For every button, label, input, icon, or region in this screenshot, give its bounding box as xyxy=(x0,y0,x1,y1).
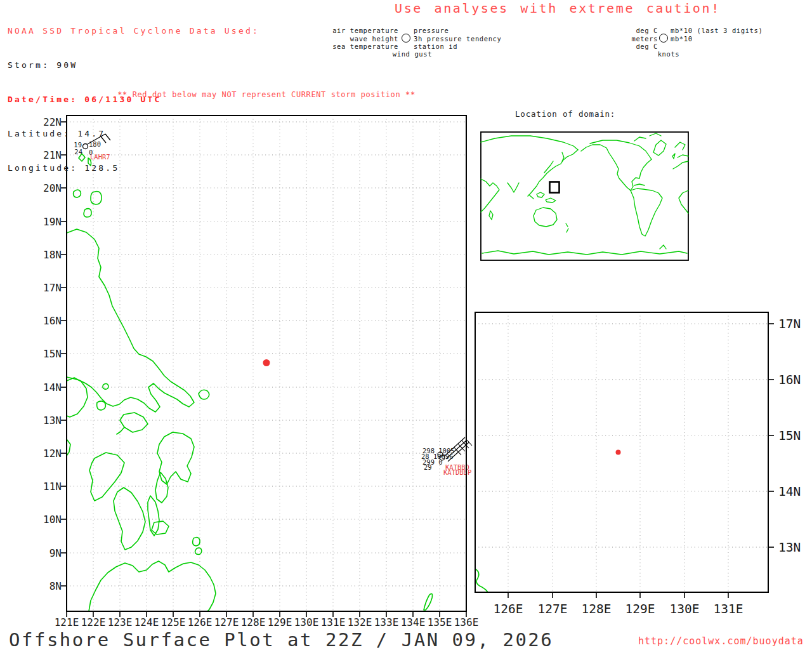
lon-tick-label: 136E xyxy=(454,616,479,628)
buoydata-link[interactable]: http://coolwx.com/buoydata xyxy=(638,635,804,647)
lon-tick-label: 130E xyxy=(294,616,319,628)
lon-tick-label: 130E xyxy=(670,602,700,616)
legend-unit-meters: meters xyxy=(603,35,658,43)
lon-tick-label: 121E xyxy=(55,616,79,628)
legend-air-temperature: air temperature xyxy=(279,27,398,35)
longitude-line: Longitude: 128.5 xyxy=(8,162,259,174)
zoom-inset-frame xyxy=(475,312,768,592)
lat-tick-label: 15N xyxy=(43,348,62,360)
lat-tick-label: 16N xyxy=(778,373,801,387)
units-legend-right: mb*10 (last 3 digits) mb*10 xyxy=(671,27,763,43)
lon-tick-label: 128E xyxy=(582,602,612,616)
legend-unit-mb10: mb*10 xyxy=(671,35,763,43)
lat-tick-label: 15N xyxy=(778,428,801,443)
lon-tick-label: 123E xyxy=(108,616,133,628)
lat-tick-label: 11N xyxy=(43,481,62,493)
lat-tick-label: 13N xyxy=(778,540,801,555)
zoom-inset-coastline xyxy=(475,569,488,592)
lon-tick-label: 132E xyxy=(348,616,372,628)
storm-position-warning: ** Red dot below may NOT represent CURRE… xyxy=(67,90,466,99)
zoom-inset-lat-axis: 17N 16N 15N 14N 13N xyxy=(778,317,801,555)
domain-inset-map xyxy=(481,132,688,260)
legend-station-id: station id xyxy=(414,43,501,51)
station-legend-left: air temperature wave height sea temperat… xyxy=(279,27,398,51)
station-legend-right: pressure 3h pressure tendency station id xyxy=(414,27,501,51)
lon-tick-label: 127E xyxy=(214,616,239,628)
station-plot-cluster: 298 1005 28 10096 299 0 29 KATBBD KATDBB… xyxy=(421,437,472,476)
lat-tick-label: 13N xyxy=(43,415,62,427)
legend-unit-deg-c-air: deg C xyxy=(603,27,658,35)
lon-tick-label: 126E xyxy=(494,602,523,616)
zoom-inset-map: 126E 127E 128E 129E 130E 131E 17N 16N 15… xyxy=(475,312,801,616)
lat-tick-label: 14N xyxy=(778,484,801,499)
lat-tick-label: 17N xyxy=(43,282,62,294)
lon-tick-label: 134E xyxy=(401,616,426,628)
lat-tick-label: 19N xyxy=(43,216,62,228)
lon-tick-label: 131E xyxy=(321,616,346,628)
lon-tick-label: 133E xyxy=(374,616,399,628)
noaa-data-line: NOAA SSD Tropical Cyclone Data Used: xyxy=(8,25,259,37)
units-legend-left: deg C meters deg C xyxy=(603,27,658,51)
legend-unit-mb10-last: mb*10 (last 3 digits) xyxy=(671,27,763,35)
plot-title: Offshore Surface Plot at 22Z / JAN 09, 2… xyxy=(9,629,553,650)
lon-tick-label: 122E xyxy=(81,616,106,628)
station-model-circle-icon xyxy=(659,34,668,43)
storm-dot-inset xyxy=(616,450,621,455)
main-map-lon-axis: 121E 122E 123E 124E 125E 126E 127E 128E … xyxy=(55,616,479,628)
zoom-inset-ticks xyxy=(508,324,774,598)
philippines-coastline xyxy=(67,154,433,611)
lon-tick-label: 127E xyxy=(538,602,568,616)
caution-banner: Use analyses with extreme caution! xyxy=(395,1,721,16)
main-map: 19 180 24 0 LAHR7 298 1005 28 10096 299 … xyxy=(43,116,478,628)
lon-tick-label: 129E xyxy=(625,602,655,616)
domain-inset-frame xyxy=(481,132,688,260)
lon-tick-label: 129E xyxy=(268,616,292,628)
lat-tick-label: 12N xyxy=(43,448,62,460)
domain-rectangle xyxy=(550,182,560,193)
storm-id-line: Storm: 90W xyxy=(8,60,259,71)
lat-tick-label: 18N xyxy=(43,249,62,261)
lat-tick-label: 14N xyxy=(43,381,62,394)
zoom-inset-gridlines xyxy=(475,312,768,592)
lat-tick-label: 16N xyxy=(43,315,62,327)
main-map-lat-axis: 22N 21N 20N 19N 18N 17N 16N 15N 14N 13N … xyxy=(43,116,62,592)
legend-pressure: pressure xyxy=(414,27,501,35)
lat-tick-label: 9N xyxy=(49,547,62,559)
latitude-line: Latitude: 14.7 xyxy=(8,128,259,140)
legend-wind-gust: wind gust xyxy=(384,50,441,58)
storm-dot-main xyxy=(263,359,270,366)
lon-tick-label: 125E xyxy=(161,616,186,628)
lon-tick-label: 131E xyxy=(714,602,743,616)
station-model-circle-icon xyxy=(402,34,410,43)
lon-tick-label: 126E xyxy=(188,616,213,628)
cluster-values-row: 29 xyxy=(424,463,432,471)
legend-unit-knots: knots xyxy=(646,50,691,58)
zoom-inset-lon-axis: 126E 127E 128E 129E 130E 131E xyxy=(494,602,743,616)
legend-unit-deg-c-sea: deg C xyxy=(603,43,658,51)
cluster-station-id: KATDBBP xyxy=(443,468,471,476)
world-coastlines xyxy=(481,133,688,255)
legend-pressure-tendency: 3h pressure tendency xyxy=(414,35,501,43)
lat-tick-label: 8N xyxy=(49,580,62,592)
lon-tick-label: 135E xyxy=(428,616,452,628)
domain-inset-title: Location of domain: xyxy=(515,109,615,119)
lat-tick-label: 10N xyxy=(43,514,62,526)
lon-tick-label: 124E xyxy=(134,616,159,628)
lat-tick-label: 17N xyxy=(778,317,801,331)
legend-sea-temperature: sea temperature xyxy=(279,43,398,51)
lon-tick-label: 128E xyxy=(241,616,266,628)
legend-wave-height: wave height xyxy=(279,35,398,43)
